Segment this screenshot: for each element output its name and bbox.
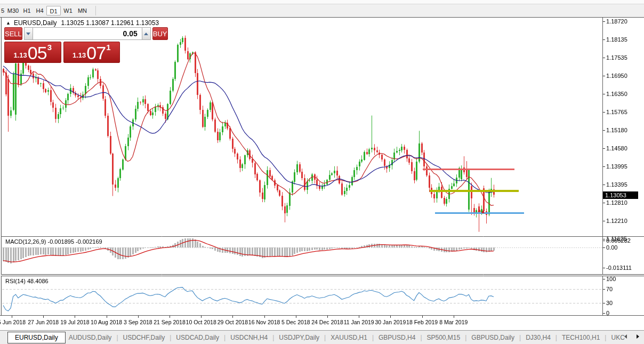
tab-audusd-daily[interactable]: AUDUSD,Daily — [69, 334, 112, 341]
sell-price-small: 1.13 — [14, 51, 27, 59]
timeframe-toolbar: 5M30H1H4D1W1MN — [0, 4, 644, 17]
tab-usdcnh-h4[interactable]: USDCNH,H4 — [230, 334, 268, 341]
rsi-tick-label: 30 — [606, 300, 613, 306]
volume-input[interactable] — [33, 27, 142, 40]
price-tick-label: 1.12210 — [606, 218, 627, 224]
tab-separator: | — [324, 334, 326, 341]
macd-tick-label: 0.00 — [606, 244, 617, 251]
chart-collapse-icon[interactable]: ▲ — [6, 20, 11, 26]
timeframe-button-mn[interactable]: MN — [75, 6, 90, 15]
chevron-down-icon — [26, 33, 30, 35]
toolbar-separator — [95, 6, 96, 15]
one-click-trade-panel: SELL BUY 1.13 05 3 1.13 07 1 — [4, 27, 120, 63]
timeframe-button-h4[interactable]: H4 — [34, 6, 46, 15]
sell-price-box[interactable]: 1.13 05 3 — [4, 42, 61, 63]
macd-tick-label: 0.005282 — [606, 237, 631, 244]
buy-price-big: 07 — [86, 44, 106, 61]
chart-symbol-label: EURUSD,Daily — [14, 19, 57, 27]
price-tick-label: 1.18720 — [606, 18, 627, 25]
buy-button[interactable]: BUY — [152, 27, 168, 40]
tab-usdchf-daily[interactable]: USDCHF,Daily — [123, 334, 165, 341]
tab-separator: | — [170, 334, 171, 341]
tab-separator: | — [605, 334, 606, 341]
volume-decrease-button[interactable] — [24, 27, 33, 40]
timeframe-button-d1[interactable]: D1 — [46, 6, 61, 15]
tab-separator: | — [272, 334, 274, 341]
price-tick-label: 1.13995 — [606, 163, 627, 170]
date-tick-label: 8 Mar 2019 — [433, 319, 474, 325]
timeframe-button-h1[interactable]: H1 — [21, 6, 33, 15]
tab-usdjpy-daily[interactable]: USDJPY,Daily — [279, 334, 319, 341]
trade-panel-top-row: SELL BUY — [4, 27, 120, 40]
toolbar-remnant-strip — [0, 0, 644, 4]
tab-ukc[interactable]: UKC — [611, 334, 624, 341]
tab-gbpusd-daily[interactable]: GBPUSD,Daily — [471, 334, 514, 341]
macd-tick-label: -0.013111 — [606, 265, 632, 271]
tab-usdcad-daily[interactable]: USDCAD,Daily — [176, 334, 219, 341]
macd-indicator-label: MACD(12,26,9) -0.001895 -0.002169 — [5, 238, 102, 245]
tab-separator: | — [224, 334, 226, 341]
price-tick-label: 1.12810 — [606, 199, 627, 206]
rsi-tick-label: 70 — [606, 286, 613, 292]
chevron-up-icon — [144, 33, 148, 35]
tab-xauusd-h1[interactable]: XAUUSD,H1 — [331, 334, 367, 341]
symbol-tab-bar: EURUSD,DailyAUDUSD,Daily|USDCHF,Daily|US… — [0, 330, 644, 344]
tab-separator: | — [372, 334, 374, 341]
price-tick-label: 1.17535 — [606, 54, 627, 61]
price-tick-label: 1.16950 — [606, 73, 627, 79]
tab-separator: | — [420, 334, 422, 341]
rsi-tick-label: 0 — [606, 310, 609, 316]
tab-eurusd-daily[interactable]: EURUSD,Daily — [7, 332, 66, 343]
current-price-tag: 1.13053 — [603, 191, 638, 199]
tab-scroll-controls — [624, 334, 642, 339]
trade-panel-price-row: 1.13 05 3 1.13 07 1 — [4, 42, 120, 63]
tab-separator: | — [556, 334, 557, 341]
chart-ohlc-values: 1.13025 1.13087 1.12961 1.13053 — [61, 19, 159, 27]
price-tick-label: 1.15765 — [606, 109, 627, 115]
price-tick-label: 1.15180 — [606, 127, 627, 133]
price-tick-label: 1.18135 — [606, 36, 627, 43]
buy-price-small: 1.13 — [73, 51, 86, 59]
sell-price-big: 05 — [28, 44, 47, 61]
sell-button[interactable]: SELL — [4, 27, 22, 40]
buy-price-box[interactable]: 1.13 07 1 — [63, 42, 120, 63]
buy-price-sup: 1 — [106, 43, 110, 52]
tab-separator: | — [465, 334, 466, 341]
timeframe-button-5[interactable]: 5 — [0, 6, 5, 15]
rsi-tick-label: 100 — [606, 276, 616, 282]
volume-spinner — [24, 27, 151, 40]
trading-platform-window: 5M30H1H4D1W1MN ▲ EURUSD,Daily 1.13025 1.… — [0, 0, 644, 344]
tab-separator: | — [519, 334, 521, 341]
tab-sp500-m15[interactable]: SP500,M15 — [427, 334, 461, 341]
timeframe-button-w1[interactable]: W1 — [61, 6, 75, 15]
scroll-right-icon[interactable] — [637, 334, 639, 339]
price-tick-label: 1.14580 — [606, 145, 627, 151]
volume-increase-button[interactable] — [142, 27, 151, 40]
chart-header: ▲ EURUSD,Daily 1.13025 1.13087 1.12961 1… — [6, 19, 159, 27]
tab-separator: | — [116, 334, 118, 341]
tab-dj30-h4[interactable]: DJ30,H4 — [526, 334, 551, 341]
price-tick-label: 1.16350 — [606, 91, 627, 97]
sell-price-sup: 3 — [47, 43, 52, 52]
price-tick-label: 1.13395 — [606, 181, 627, 188]
tab-tech100-h1[interactable]: TECH100,H1 — [562, 334, 600, 341]
tab-gbpusd-h4[interactable]: GBPUSD,H4 — [379, 334, 415, 341]
timeframe-button-m30[interactable]: M30 — [6, 6, 20, 15]
rsi-indicator-label: RSI(14) 48.4086 — [5, 278, 49, 284]
scroll-left-icon[interactable] — [624, 334, 627, 339]
